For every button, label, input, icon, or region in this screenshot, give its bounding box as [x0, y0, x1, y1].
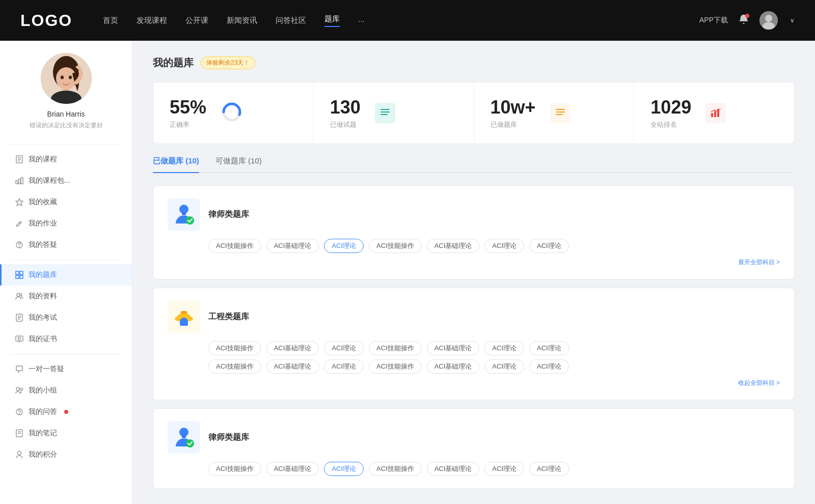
tag-2-extra-3[interactable]: ACI技能操作	[369, 359, 422, 374]
nav-home[interactable]: 首页	[103, 16, 118, 25]
username: Brian Harris	[10, 110, 122, 118]
tab-available-banks[interactable]: 可做题库 (10)	[215, 156, 262, 172]
tag-1-5[interactable]: ACI理论	[484, 239, 524, 253]
question-mark-icon	[15, 408, 23, 416]
sidebar-item-1on1-qa[interactable]: 一对一答疑	[0, 358, 132, 380]
tag-3-3[interactable]: ACI技能操作	[369, 462, 422, 476]
nav-chevron-icon[interactable]: ∨	[790, 17, 795, 24]
tab-done-banks[interactable]: 已做题库 (10)	[153, 156, 199, 172]
donut-chart-icon	[221, 101, 243, 123]
tag-2-extra-2[interactable]: ACI理论	[324, 359, 364, 374]
qbank-expand-1[interactable]: 展开全部科目 >	[168, 258, 780, 267]
tag-1-4[interactable]: ACI基础理论	[427, 239, 480, 253]
svg-rect-21	[16, 271, 19, 274]
notification-bell[interactable]	[738, 14, 749, 27]
qa-notification-dot	[64, 410, 68, 414]
stat-questions-icon	[375, 103, 395, 123]
sidebar-item-certificate[interactable]: 我的证书	[0, 328, 132, 350]
nav-qa[interactable]: 问答社区	[276, 16, 306, 25]
main-content: 我的题库 体验剩余23天！ 55% 正确率	[132, 41, 815, 504]
layout: Brian Harris 错误的决定比没有决定要好 我的课程 我的课程包...	[0, 41, 815, 504]
sidebar-item-my-qa[interactable]: 我的问答	[0, 401, 132, 423]
edit-icon	[15, 219, 23, 228]
sidebar-item-question-bank[interactable]: 我的题库	[0, 264, 132, 286]
qbank-icon-engineer	[168, 300, 200, 333]
tag-2-1[interactable]: ACI基础理论	[266, 341, 319, 355]
svg-marker-17	[16, 199, 23, 206]
grid-icon	[15, 271, 23, 279]
qbank-card-lawyer-1: 律师类题库 ACI技能操作 ACI基础理论 ACI理论 ACI技能操作 ACI基…	[153, 185, 795, 279]
lawyer-icon-2	[172, 425, 196, 450]
tag-1-0[interactable]: ACI技能操作	[208, 239, 261, 253]
qbank-header-2: 工程类题库	[168, 300, 780, 333]
tag-1-2[interactable]: ACI理论	[324, 239, 364, 253]
bar-chart-red-icon	[710, 107, 722, 119]
stat-rank-label: 全站排名	[650, 120, 691, 129]
sidebar-item-qa[interactable]: 我的答疑	[0, 234, 132, 256]
nav-news[interactable]: 新闻资讯	[227, 16, 257, 25]
divider-3	[10, 354, 122, 354]
tag-1-6[interactable]: ACI理论	[529, 239, 569, 253]
nav-question-bank[interactable]: 题库	[324, 14, 340, 27]
svg-rect-56	[182, 213, 186, 215]
tag-3-0[interactable]: ACI技能操作	[208, 462, 261, 476]
notification-dot	[745, 14, 749, 18]
tag-2-extra-4[interactable]: ACI基础理论	[427, 359, 480, 374]
nav-open-course[interactable]: 公开课	[185, 16, 208, 25]
tag-1-3[interactable]: ACI技能操作	[369, 239, 422, 253]
svg-rect-63	[182, 436, 186, 438]
file-text-icon	[15, 314, 23, 322]
svg-rect-14	[16, 181, 18, 184]
nav-discover[interactable]: 发现课程	[137, 16, 167, 25]
svg-rect-24	[20, 275, 23, 278]
user-avatar[interactable]	[759, 11, 778, 30]
divider-1	[10, 144, 122, 145]
tag-2-extra-5[interactable]: ACI理论	[484, 359, 524, 374]
tag-2-0[interactable]: ACI技能操作	[208, 341, 261, 355]
qbank-expand-2[interactable]: 收起全部科目 >	[168, 379, 780, 387]
tag-2-3[interactable]: ACI技能操作	[369, 341, 422, 355]
sidebar-profile: Brian Harris 错误的决定比没有决定要好	[0, 53, 132, 140]
sidebar-item-favorites[interactable]: 我的收藏	[0, 191, 132, 213]
svg-point-20	[19, 247, 20, 247]
svg-point-9	[69, 76, 72, 79]
tag-3-2[interactable]: ACI理论	[324, 462, 364, 476]
app-download-button[interactable]: APP下载	[699, 16, 728, 25]
svg-point-25	[17, 293, 20, 296]
sidebar-item-course-package[interactable]: 我的课程包...	[0, 170, 132, 191]
tag-2-4[interactable]: ACI基础理论	[427, 341, 480, 355]
nav-links: 首页 发现课程 公开课 新闻资讯 问答社区 题库 ···	[103, 14, 365, 27]
svg-rect-47	[381, 114, 388, 115]
avatar-icon	[759, 11, 778, 30]
tag-2-extra-0[interactable]: ACI技能操作	[208, 359, 261, 374]
tag-3-6[interactable]: ACI理论	[529, 462, 569, 476]
tag-3-4[interactable]: ACI基础理论	[427, 462, 480, 476]
sidebar-item-exam[interactable]: 我的考试	[0, 307, 132, 328]
qbank-header-1: 律师类题库	[168, 198, 780, 231]
sidebar-item-my-course[interactable]: 我的课程	[0, 149, 132, 170]
tag-3-1[interactable]: ACI基础理论	[266, 462, 319, 476]
qbank-tags-1: ACI技能操作 ACI基础理论 ACI理论 ACI技能操作 ACI基础理论 AC…	[168, 239, 780, 253]
user-motto: 错误的决定比没有决定要好	[10, 121, 122, 130]
stat-bank-done: 10w+ 已做题库	[474, 82, 635, 144]
tag-2-extra-6[interactable]: ACI理论	[529, 359, 569, 374]
sidebar-item-points[interactable]: 我的积分	[0, 444, 132, 465]
tag-2-2[interactable]: ACI理论	[324, 341, 364, 355]
tag-2-5[interactable]: ACI理论	[484, 341, 524, 355]
tabs: 已做题库 (10) 可做题库 (10)	[153, 156, 795, 173]
sidebar-item-profile[interactable]: 我的资料	[0, 286, 132, 307]
tag-2-6[interactable]: ACI理论	[529, 341, 569, 355]
tag-1-1[interactable]: ACI基础理论	[266, 239, 319, 253]
stat-rank-icon	[705, 103, 726, 123]
sidebar-item-group[interactable]: 我的小组	[0, 380, 132, 401]
list-teal-icon	[379, 107, 391, 119]
stat-bank-number: 10w+	[491, 97, 536, 118]
page-header: 我的题库 体验剩余23天！	[153, 56, 795, 70]
svg-rect-52	[714, 111, 716, 117]
tag-3-5[interactable]: ACI理论	[484, 462, 524, 476]
sidebar-item-notes[interactable]: 我的笔记	[0, 423, 132, 444]
nav-more[interactable]: ···	[358, 16, 365, 25]
svg-point-8	[61, 76, 64, 79]
sidebar-item-homework[interactable]: 我的作业	[0, 213, 132, 234]
tag-2-extra-1[interactable]: ACI基础理论	[266, 359, 319, 374]
